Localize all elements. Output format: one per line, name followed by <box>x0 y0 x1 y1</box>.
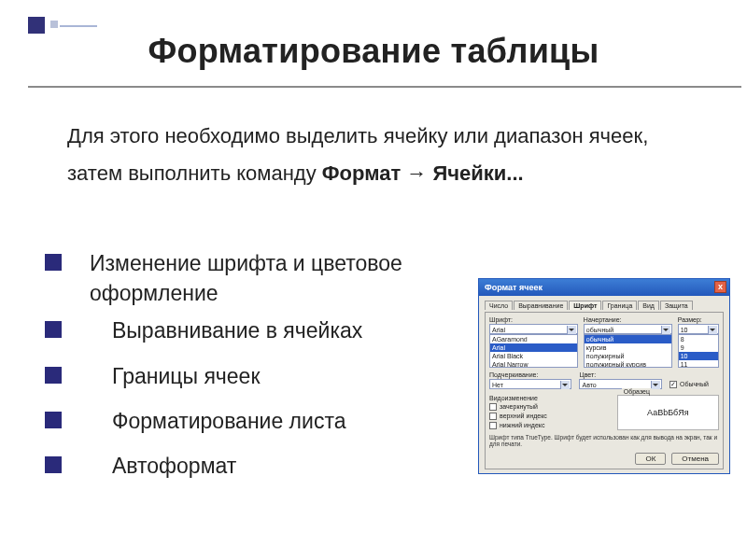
bullet-item: Границы ячеек <box>45 361 446 391</box>
bullet-text: Автоформат <box>112 451 236 481</box>
preview-label: Образец <box>622 388 652 395</box>
bullet-text: Границы ячеек <box>112 361 260 391</box>
size-listbox[interactable]: 8 9 10 11 <box>678 334 719 368</box>
list-item[interactable]: Arial Black <box>490 352 577 360</box>
tab-border[interactable]: Граница <box>602 301 637 310</box>
superscript-checkbox[interactable]: верхний индекс <box>489 412 610 421</box>
bullet-item: Форматирование листа <box>45 406 446 436</box>
checkbox-icon <box>489 413 497 420</box>
bullet-square-icon <box>45 254 62 271</box>
effect-label: зачеркнутый <box>500 402 538 412</box>
dialog-body: Число Выравнивание Шрифт Граница Вид Защ… <box>479 296 729 473</box>
bullet-text: Форматирование листа <box>112 406 345 436</box>
list-item[interactable]: обычный <box>585 335 671 343</box>
list-item[interactable]: полужирный <box>585 352 671 360</box>
list-item[interactable]: курсив <box>585 343 671 352</box>
intro-text: Для этого необходимо выделить ячейку или… <box>67 118 691 191</box>
color-label: Цвет: <box>579 371 661 378</box>
bullet-item: Изменение шрифта и цветовое оформление <box>45 248 446 308</box>
dialog-title-text: Формат ячеек <box>485 283 543 292</box>
list-item[interactable]: 11 <box>679 360 718 368</box>
tab-view[interactable]: Вид <box>638 301 659 310</box>
underline-combo[interactable]: Нет <box>489 379 571 389</box>
bullet-square-icon <box>45 456 62 473</box>
bullet-square-icon <box>45 367 62 384</box>
list-item[interactable]: Arial Narrow <box>490 360 577 368</box>
font-label: Шрифт: <box>489 316 578 323</box>
dialog-hint: Шрифт типа TrueType. Шрифт будет использ… <box>489 434 719 447</box>
bullet-square-icon <box>45 412 62 428</box>
effect-label: верхний индекс <box>500 412 547 421</box>
font-combo[interactable]: Arial <box>489 324 578 334</box>
bullet-item: Выравнивание в ячейках <box>45 315 446 345</box>
checkbox-icon <box>489 422 497 429</box>
tab-alignment[interactable]: Выравнивание <box>514 301 568 310</box>
deco-square-small <box>50 21 58 28</box>
tab-number[interactable]: Число <box>485 301 513 310</box>
default-font-label: Обычный <box>680 380 709 389</box>
style-listbox[interactable]: обычный курсив полужирный полужирный кур… <box>584 334 672 368</box>
list-item[interactable]: AGaramond <box>490 335 577 343</box>
deco-line <box>60 25 97 27</box>
list-item[interactable]: 10 <box>679 352 718 360</box>
strikethrough-checkbox[interactable]: зачеркнутый <box>489 402 610 412</box>
subscript-checkbox[interactable]: нижний индекс <box>489 421 610 430</box>
checkbox-icon <box>489 403 497 411</box>
format-cells-dialog: Формат ячеек x Число Выравнивание Шрифт … <box>478 278 730 474</box>
checkbox-icon <box>669 381 677 388</box>
bullet-text: Изменение шрифта и цветовое оформление <box>90 248 446 308</box>
title-underline <box>28 86 741 88</box>
preview-box: Образец АаBbБбЯя <box>617 395 719 430</box>
underline-label: Подчеркивание: <box>489 371 571 378</box>
intro-bold: Формат → Ячейки... <box>322 161 524 185</box>
tab-protection[interactable]: Защита <box>660 301 693 310</box>
bullet-square-icon <box>45 321 62 338</box>
list-item[interactable]: Arial <box>490 343 577 352</box>
default-font-checkbox[interactable]: Обычный <box>669 380 719 389</box>
size-combo[interactable]: 10 <box>678 324 719 334</box>
size-label: Размер: <box>678 316 719 323</box>
dialog-tabs: Число Выравнивание Шрифт Граница Вид Защ… <box>485 300 724 309</box>
tab-font[interactable]: Шрифт <box>569 301 601 310</box>
bullet-item: Автоформат <box>45 451 446 481</box>
effect-label: нижний индекс <box>500 421 544 430</box>
font-listbox[interactable]: AGaramond Arial Arial Black Arial Narrow <box>489 334 578 368</box>
list-item[interactable]: 8 <box>679 335 718 343</box>
tab-panel-font: Шрифт: Arial AGaramond Arial Arial Black… <box>485 312 724 469</box>
style-combo[interactable]: обычный <box>584 324 672 334</box>
cancel-button[interactable]: Отмена <box>671 453 719 465</box>
ok-button[interactable]: ОК <box>635 453 666 465</box>
dialog-titlebar[interactable]: Формат ячеек x <box>479 279 729 296</box>
bullet-list: Изменение шрифта и цветовое оформление В… <box>45 248 446 496</box>
style-label: Начертание: <box>584 316 672 323</box>
close-icon[interactable]: x <box>714 281 726 293</box>
slide-title: Форматирование таблицы <box>0 32 747 71</box>
preview-text: АаBbБбЯя <box>618 396 718 429</box>
bullet-text: Выравнивание в ячейках <box>112 315 362 345</box>
list-item[interactable]: полужирный курсив <box>585 360 671 368</box>
list-item[interactable]: 9 <box>679 343 718 352</box>
effects-group-label: Видоизменение <box>489 395 610 401</box>
